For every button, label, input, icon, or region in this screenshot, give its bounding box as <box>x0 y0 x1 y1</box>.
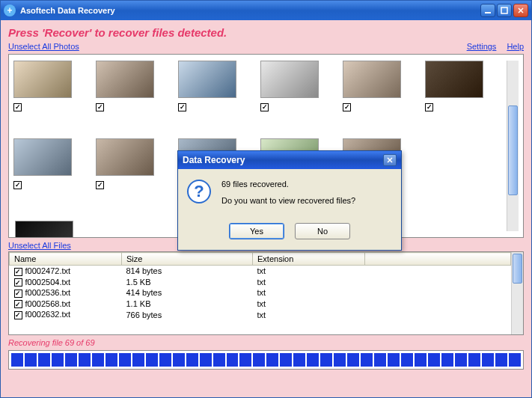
file-scrollbar[interactable] <box>511 252 523 334</box>
photo-checkbox[interactable] <box>425 103 433 111</box>
table-row[interactable]: f0002536.txt414 bytestxt <box>10 287 511 298</box>
progress-segment <box>227 353 239 367</box>
file-size: 1.1 KB <box>122 298 253 310</box>
photo-thumbnail <box>13 138 72 176</box>
col-extension[interactable]: Extension <box>253 253 365 266</box>
progress-segment <box>253 353 265 367</box>
file-size: 414 bytes <box>122 287 253 298</box>
progress-segment <box>79 353 91 367</box>
photo-item[interactable] <box>96 138 154 189</box>
progress-segment <box>415 353 426 367</box>
progress-segment <box>428 353 440 367</box>
help-link[interactable]: Help <box>507 42 524 51</box>
photo-checkbox[interactable] <box>96 181 104 189</box>
photo-checkbox[interactable] <box>260 103 269 111</box>
no-button[interactable]: No <box>295 223 350 239</box>
table-row[interactable]: f0002504.txt1.5 KBtxt <box>10 277 511 288</box>
photo-item[interactable] <box>425 61 483 111</box>
dialog-line2: Do you want to view recovered files? <box>221 196 392 205</box>
progress-segment <box>509 353 521 367</box>
photo-checkbox[interactable] <box>178 103 186 111</box>
progress-segment <box>334 353 346 367</box>
page-subtitle: Press 'Recover' to recover files detecte… <box>8 26 524 39</box>
status-text: Recovering file 69 of 69 <box>8 338 524 347</box>
dialog-title: Data Recovery <box>183 155 245 165</box>
col-blank[interactable] <box>365 253 511 266</box>
svg-rect-0 <box>485 12 491 13</box>
progress-segment <box>280 353 292 367</box>
dialog-message: 69 files recovered. Do you want to view … <box>221 180 392 212</box>
settings-link[interactable]: Settings <box>467 42 497 51</box>
photo-thumbnail <box>15 221 73 237</box>
photo-scrollbar[interactable] <box>507 61 519 231</box>
table-row[interactable]: f0002632.txt766 bytestxt <box>10 309 511 320</box>
file-size: 814 bytes <box>122 266 253 277</box>
yes-button[interactable]: Yes <box>229 223 284 239</box>
unselect-files-link[interactable]: Unselect All Files <box>8 241 71 250</box>
progress-segment <box>106 353 117 367</box>
progress-segment <box>38 353 50 367</box>
file-checkbox[interactable] <box>14 300 22 308</box>
progress-segment <box>132 353 144 367</box>
photo-item[interactable] <box>260 61 319 111</box>
table-row[interactable]: f0002472.txt814 bytestxt <box>10 266 511 277</box>
file-name: f0002472.txt <box>25 266 71 275</box>
photo-checkbox[interactable] <box>13 181 22 189</box>
links-row: Unselect All Photos Settings Help <box>8 42 524 51</box>
photo-item[interactable] <box>178 61 236 111</box>
question-icon: ? <box>187 180 211 203</box>
file-ext: txt <box>253 266 365 277</box>
progress-segment <box>52 353 64 367</box>
unselect-photos-link[interactable]: Unselect All Photos <box>8 42 79 51</box>
progress-segment <box>173 353 185 367</box>
window-buttons <box>480 4 528 17</box>
col-size[interactable]: Size <box>122 253 253 266</box>
dialog-buttons: Yes No <box>178 217 401 250</box>
progress-segment <box>455 353 467 367</box>
file-size: 1.5 KB <box>122 277 253 288</box>
photo-checkbox[interactable] <box>13 103 22 111</box>
progress-segment <box>482 353 494 367</box>
progress-segment <box>25 353 37 367</box>
photo-item[interactable] <box>96 61 154 111</box>
file-checkbox[interactable] <box>14 311 22 319</box>
file-ext: txt <box>253 287 365 298</box>
file-table: Name Size Extension f0002472.txt814 byte… <box>9 252 511 334</box>
maximize-button[interactable] <box>497 4 512 17</box>
photo-thumbnail <box>260 61 319 98</box>
photo-thumbnail <box>178 61 236 98</box>
progress-bar <box>8 350 524 370</box>
photo-checkbox[interactable] <box>96 103 104 111</box>
progress-segment <box>401 353 413 367</box>
progress-segment <box>213 353 225 367</box>
progress-segment <box>495 353 507 367</box>
file-ext: txt <box>253 277 365 288</box>
file-checkbox[interactable] <box>14 290 22 298</box>
progress-segment <box>92 353 104 367</box>
progress-segment <box>468 353 480 367</box>
dialog-body: ? 69 files recovered. Do you want to vie… <box>178 169 401 217</box>
photo-item[interactable] <box>13 61 72 111</box>
dialog-close-button[interactable] <box>383 154 397 166</box>
file-name: f0002632.txt <box>25 310 71 319</box>
photo-item[interactable] <box>13 138 72 189</box>
app-title: Asoftech Data Recovery <box>20 6 480 15</box>
file-ext: txt <box>253 309 365 320</box>
minimize-button[interactable] <box>480 4 495 17</box>
progress-segment <box>119 353 131 367</box>
photo-item[interactable] <box>15 221 73 237</box>
photo-thumbnail <box>96 138 154 176</box>
progress-segment <box>159 353 171 367</box>
photo-item[interactable] <box>343 61 401 111</box>
file-checkbox[interactable] <box>14 278 22 287</box>
progress-segment <box>11 353 23 367</box>
close-button[interactable] <box>513 4 528 17</box>
photo-thumbnail <box>96 61 154 98</box>
file-checkbox[interactable] <box>14 268 22 276</box>
photo-checkbox[interactable] <box>343 103 351 111</box>
progress-segment <box>266 353 278 367</box>
dialog: Data Recovery ? 69 files recovered. Do y… <box>177 150 402 251</box>
col-name[interactable]: Name <box>10 253 122 266</box>
table-row[interactable]: f0002568.txt1.1 KBtxt <box>10 298 511 310</box>
progress-segment <box>441 353 453 367</box>
